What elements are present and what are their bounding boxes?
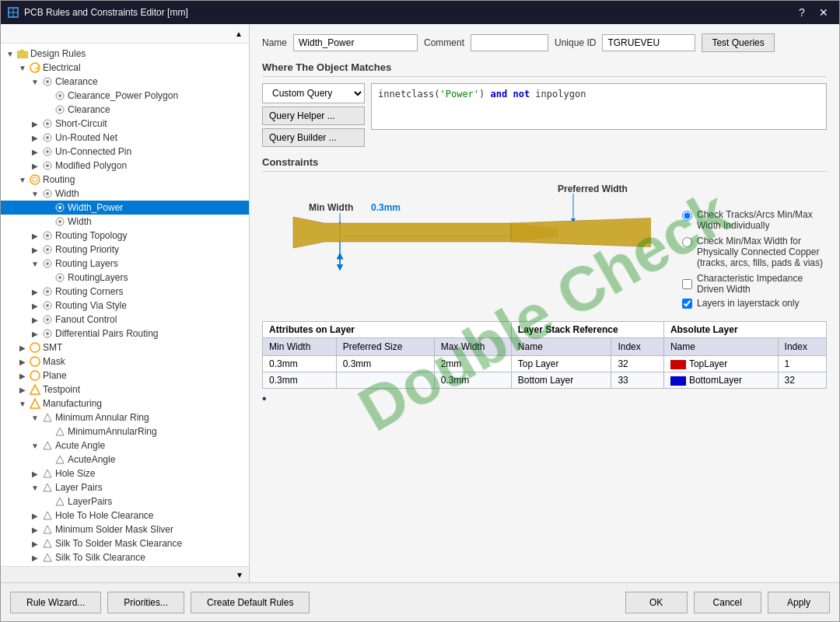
svg-marker-76	[511, 217, 651, 248]
smt-icon	[29, 341, 41, 354]
name-input[interactable]	[293, 34, 418, 51]
expand-icon[interactable]: ▼	[16, 173, 29, 186]
option2-label: Check Min/Max Width for Physically Conne…	[697, 236, 827, 268]
expand-icon[interactable]: ▶	[29, 117, 41, 130]
test-queries-button[interactable]: Test Queries	[702, 33, 774, 52]
expand-icon[interactable]: ▶	[16, 355, 29, 368]
expand-icon[interactable]: ▼	[29, 439, 41, 452]
tree-item-design-rules[interactable]: ▼ Design Rules	[1, 47, 249, 61]
option3-checkbox[interactable]	[682, 279, 692, 289]
expand-icon[interactable]: ▶	[29, 523, 41, 536]
option2-line1: Check Min/Max Width for Physically Conne…	[697, 236, 827, 257]
tree-scroll-up[interactable]: ▲	[235, 27, 243, 40]
query-helper-button[interactable]: Query Helper ...	[262, 107, 365, 125]
tree-item-min-annular[interactable]: ▼ Minimum Annular Ring	[1, 411, 249, 425]
tree-item-mask[interactable]: ▶ Mask	[1, 355, 249, 369]
rule-wizard-button[interactable]: Rule Wizard...	[10, 592, 101, 613]
tree-item-clearance-item[interactable]: ▶ Clearance	[1, 103, 249, 117]
tree-item-smt[interactable]: ▶ SMT	[1, 341, 249, 355]
tree-item-diff-pairs[interactable]: ▶ Differential Pairs Routing	[1, 327, 249, 341]
expand-icon[interactable]: ▼	[16, 61, 29, 74]
cancel-button[interactable]: Cancel	[694, 592, 761, 613]
expand-icon[interactable]: ▼	[29, 481, 41, 494]
tree-item-width-group[interactable]: ▼ Width	[1, 187, 249, 201]
expand-icon[interactable]: ▶	[29, 159, 41, 172]
tree-item-hole-size[interactable]: ▶ Hole Size	[1, 466, 249, 480]
expand-icon[interactable]: ▼	[16, 397, 29, 410]
expand-icon[interactable]: ▶	[29, 313, 41, 326]
rule-icon	[41, 187, 54, 200]
tree-item-clearance-power[interactable]: ▶ Clearance_Power Polygon	[1, 89, 249, 103]
apply-button[interactable]: Apply	[768, 592, 830, 613]
expand-icon[interactable]: ▼	[29, 411, 41, 424]
tree-item-short-circuit[interactable]: ▶ Short-Circuit	[1, 117, 249, 131]
tree-item-acute-angle-item[interactable]: ▶ AcuteAngle	[1, 453, 249, 466]
option2-radio[interactable]	[682, 237, 692, 247]
tree-item-width[interactable]: ▶ Width	[1, 215, 249, 229]
priorities-button[interactable]: Priorities...	[107, 592, 184, 613]
expand-icon[interactable]: ▶	[29, 551, 41, 564]
uid-input[interactable]	[602, 34, 695, 51]
tree-item-electrical[interactable]: ▼ ⚡ Electrical	[1, 61, 249, 75]
expand-icon[interactable]: ▶	[29, 145, 41, 158]
expand-icon[interactable]: ▶	[29, 509, 41, 522]
tree-scroll-down[interactable]: ▼	[233, 568, 246, 581]
comment-input[interactable]	[471, 34, 548, 51]
tree-item-fanout-control[interactable]: ▶ Fanout Control	[1, 313, 249, 327]
expand-icon[interactable]: ▼	[29, 187, 41, 200]
expand-icon[interactable]: ▼	[4, 47, 16, 60]
tree-item-hole-to-hole[interactable]: ▶ Hole To Hole Clearance	[1, 508, 249, 522]
tree-item-silk-to-solder[interactable]: ▶ Silk To Solder Mask Clearance	[1, 536, 249, 550]
expand-icon[interactable]: ▶	[29, 229, 41, 242]
tree-item-width-power[interactable]: ▶ Width_Power	[1, 201, 249, 215]
table-row: 0.3mm 0.3mm 2mm Top Layer 32 TopLayer 1	[263, 356, 827, 372]
tree-item-layer-pairs-item[interactable]: ▶ LayerPairs	[1, 494, 249, 508]
tree-item-layer-pairs[interactable]: ▼ Layer Pairs	[1, 480, 249, 494]
tree-item-modified-polygon[interactable]: ▶ Modified Polygon	[1, 159, 249, 173]
option4-checkbox[interactable]	[682, 299, 692, 309]
svg-marker-47	[30, 385, 40, 394]
create-default-rules-button[interactable]: Create Default Rules	[191, 592, 310, 613]
tree-item-testpoint[interactable]: ▶ Testpoint	[1, 383, 249, 397]
expand-icon[interactable]: ▶	[29, 243, 41, 256]
tree-item-min-annular-item[interactable]: ▶ MinimumAnnularRing	[1, 425, 249, 439]
query-editor[interactable]: innetclass('Power') and not inpolygon	[371, 83, 827, 130]
tree-item-routing[interactable]: ▼ Routing	[1, 173, 249, 187]
expand-icon[interactable]: ▶	[29, 327, 41, 340]
query-type-dropdown[interactable]: Custom Query	[262, 83, 365, 103]
expand-icon[interactable]: ▼	[29, 257, 41, 270]
close-button[interactable]: ✕	[814, 5, 833, 20]
tree-item-routing-via-style[interactable]: ▶ Routing Via Style	[1, 299, 249, 313]
folder-icon	[16, 47, 29, 60]
expand-icon[interactable]: ▶	[29, 285, 41, 298]
tree-item-plane[interactable]: ▶ Plane	[1, 369, 249, 383]
tree-item-routing-layers-item[interactable]: ▶ RoutingLayers	[1, 271, 249, 285]
svg-marker-57	[44, 526, 51, 533]
tree-container[interactable]: ▼ Design Rules ▼ ⚡ Electrical	[1, 44, 249, 566]
expand-icon[interactable]: ▶	[29, 537, 41, 550]
tree-item-routing-priority[interactable]: ▶ Routing Priority	[1, 243, 249, 257]
help-button[interactable]: ?	[793, 5, 811, 20]
cell-abs-index: 1	[778, 356, 826, 372]
tree-item-routing-topology[interactable]: ▶ Routing Topology	[1, 229, 249, 243]
ok-button[interactable]: OK	[625, 592, 688, 613]
option1-radio[interactable]	[682, 211, 692, 221]
tree-item-acute-angle[interactable]: ▼ Acute Angle	[1, 439, 249, 453]
expand-icon[interactable]: ▶	[29, 467, 41, 480]
tree-item-silk-to-silk[interactable]: ▶ Silk To Silk Clearance	[1, 550, 249, 564]
expand-icon[interactable]: ▶	[16, 341, 29, 354]
expand-icon[interactable]: ▼	[29, 75, 41, 88]
expand-icon[interactable]: ▶	[29, 299, 41, 312]
tree-item-manufacturing[interactable]: ▼ Manufacturing	[1, 397, 249, 411]
tree-item-unrouted-net[interactable]: ▶ Un-Routed Net	[1, 131, 249, 145]
expand-icon[interactable]: ▶	[29, 131, 41, 144]
expand-icon[interactable]: ▶	[16, 383, 29, 396]
tree-item-routing-corners[interactable]: ▶ Routing Corners	[1, 285, 249, 299]
expand-icon[interactable]: ▶	[16, 369, 29, 382]
query-builder-button[interactable]: Query Builder ...	[262, 128, 365, 147]
tree-item-clearance[interactable]: ▼ Clearance	[1, 75, 249, 89]
tree-item-unconnected-pin[interactable]: ▶ Un-Connected Pin	[1, 145, 249, 159]
tree-item-routing-layers[interactable]: ▼ Routing Layers	[1, 257, 249, 271]
tree-item-min-solder[interactable]: ▶ Minimum Solder Mask Sliver	[1, 522, 249, 536]
col-min-width: Min Width	[263, 338, 337, 356]
